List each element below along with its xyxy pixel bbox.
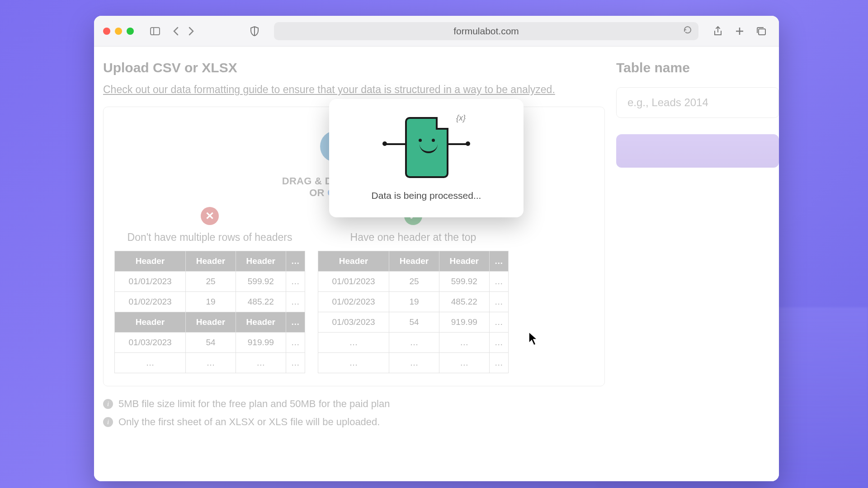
privacy-shield-icon[interactable]: [248, 24, 261, 38]
page-content: Upload CSV or XLSX Check out our data fo…: [94, 47, 779, 481]
processing-text: Data is being processed...: [343, 190, 510, 201]
back-button[interactable]: [169, 24, 183, 38]
sidebar-toggle-icon[interactable]: [148, 24, 162, 38]
forward-button[interactable]: [184, 24, 198, 38]
url-text: formulabot.com: [453, 26, 519, 37]
address-bar[interactable]: formulabot.com: [274, 22, 698, 40]
traffic-lights: [103, 28, 134, 35]
share-icon[interactable]: [711, 24, 725, 38]
minimize-window-button[interactable]: [115, 28, 122, 35]
processing-modal: {x} Data is being processed...: [329, 99, 524, 217]
browser-chrome: formulabot.com: [94, 16, 779, 47]
maximize-window-button[interactable]: [127, 28, 134, 35]
refresh-icon[interactable]: [683, 25, 692, 37]
new-tab-icon[interactable]: [733, 24, 746, 38]
browser-window: formulabot.com Upload CSV or XLSX Check …: [94, 16, 779, 481]
cursor-icon: [528, 331, 539, 347]
svg-rect-5: [759, 29, 765, 35]
svg-rect-0: [151, 28, 160, 35]
close-window-button[interactable]: [103, 28, 110, 35]
tabs-overview-icon[interactable]: [755, 24, 768, 38]
mascot-icon: {x}: [383, 113, 469, 180]
